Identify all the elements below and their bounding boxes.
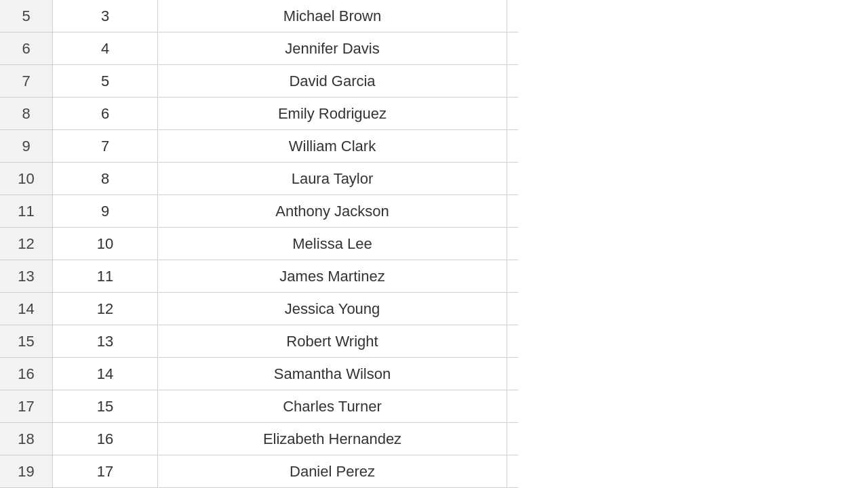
- cell-empty: [507, 325, 518, 358]
- row-number: 9: [0, 130, 52, 163]
- cell-empty: [507, 293, 518, 325]
- table-row[interactable]: 9Anthony Jackson: [53, 195, 518, 228]
- cell-id[interactable]: 6: [53, 98, 158, 130]
- row-number: 16: [0, 358, 52, 390]
- cell-id[interactable]: 16: [53, 423, 158, 455]
- cell-name[interactable]: Michael Brown: [158, 0, 507, 33]
- cell-name[interactable]: David Garcia: [158, 65, 507, 98]
- cell-id[interactable]: 3: [53, 0, 158, 33]
- cell-id[interactable]: 12: [53, 293, 158, 325]
- table-row[interactable]: 3Michael Brown: [53, 0, 518, 33]
- table-row[interactable]: 6Emily Rodriguez: [53, 98, 518, 130]
- row-number: 8: [0, 98, 52, 130]
- table-row[interactable]: 14Samantha Wilson: [53, 358, 518, 390]
- cell-id[interactable]: 11: [53, 260, 158, 293]
- cell-id[interactable]: 14: [53, 358, 158, 390]
- cell-name[interactable]: Samantha Wilson: [158, 358, 507, 390]
- cell-empty: [507, 33, 518, 65]
- cell-empty: [507, 390, 518, 423]
- cell-name[interactable]: William Clark: [158, 130, 507, 163]
- spreadsheet: 5678910111213141516171819 3Michael Brown…: [0, 0, 868, 488]
- row-number: 10: [0, 163, 52, 195]
- cell-empty: [507, 260, 518, 293]
- row-number: 19: [0, 455, 52, 488]
- cell-empty: [507, 423, 518, 455]
- cell-empty: [507, 358, 518, 390]
- cell-name[interactable]: Anthony Jackson: [158, 195, 507, 228]
- cell-name[interactable]: Jessica Young: [158, 293, 507, 325]
- table-row[interactable]: 15Charles Turner: [53, 390, 518, 423]
- cell-id[interactable]: 10: [53, 228, 158, 260]
- table-row[interactable]: 10Melissa Lee: [53, 228, 518, 260]
- cell-empty: [507, 163, 518, 195]
- row-number: 11: [0, 195, 52, 228]
- row-number: 5: [0, 0, 52, 33]
- cell-id[interactable]: 13: [53, 325, 158, 358]
- table-row[interactable]: 5David Garcia: [53, 65, 518, 98]
- row-number: 13: [0, 260, 52, 293]
- cell-name[interactable]: Laura Taylor: [158, 163, 507, 195]
- cell-id[interactable]: 5: [53, 65, 158, 98]
- cell-id[interactable]: 15: [53, 390, 158, 423]
- cell-empty: [507, 0, 518, 33]
- cell-name[interactable]: Charles Turner: [158, 390, 507, 423]
- row-number: 18: [0, 423, 52, 455]
- row-number: 17: [0, 390, 52, 423]
- cell-id[interactable]: 17: [53, 455, 158, 488]
- cell-empty: [507, 195, 518, 228]
- cell-empty: [507, 130, 518, 163]
- table-row[interactable]: 13Robert Wright: [53, 325, 518, 358]
- table-row[interactable]: 16Elizabeth Hernandez: [53, 423, 518, 455]
- row-number: 14: [0, 293, 52, 325]
- cell-name[interactable]: Melissa Lee: [158, 228, 507, 260]
- cell-empty: [507, 228, 518, 260]
- row-number-column: 5678910111213141516171819: [0, 0, 53, 488]
- cell-name[interactable]: Elizabeth Hernandez: [158, 423, 507, 455]
- cell-id[interactable]: 4: [53, 33, 158, 65]
- table-area: 3Michael Brown4Jennifer Davis5David Garc…: [53, 0, 518, 488]
- cell-id[interactable]: 7: [53, 130, 158, 163]
- cell-empty: [507, 98, 518, 130]
- cell-name[interactable]: Jennifer Davis: [158, 33, 507, 65]
- cell-name[interactable]: James Martinez: [158, 260, 507, 293]
- cell-name[interactable]: Daniel Perez: [158, 455, 507, 488]
- row-number: 12: [0, 228, 52, 260]
- cell-id[interactable]: 8: [53, 163, 158, 195]
- row-number: 6: [0, 33, 52, 65]
- cell-empty: [507, 65, 518, 98]
- table-row[interactable]: 4Jennifer Davis: [53, 33, 518, 65]
- table-row[interactable]: 8Laura Taylor: [53, 163, 518, 195]
- cell-name[interactable]: Robert Wright: [158, 325, 507, 358]
- row-number: 7: [0, 65, 52, 98]
- table-row[interactable]: 12Jessica Young: [53, 293, 518, 325]
- cell-name[interactable]: Emily Rodriguez: [158, 98, 507, 130]
- cell-id[interactable]: 9: [53, 195, 158, 228]
- table-row[interactable]: 17Daniel Perez: [53, 455, 518, 488]
- table-row[interactable]: 11James Martinez: [53, 260, 518, 293]
- row-number: 15: [0, 325, 52, 358]
- empty-area: [518, 0, 868, 488]
- table-row[interactable]: 7William Clark: [53, 130, 518, 163]
- cell-empty: [507, 455, 518, 488]
